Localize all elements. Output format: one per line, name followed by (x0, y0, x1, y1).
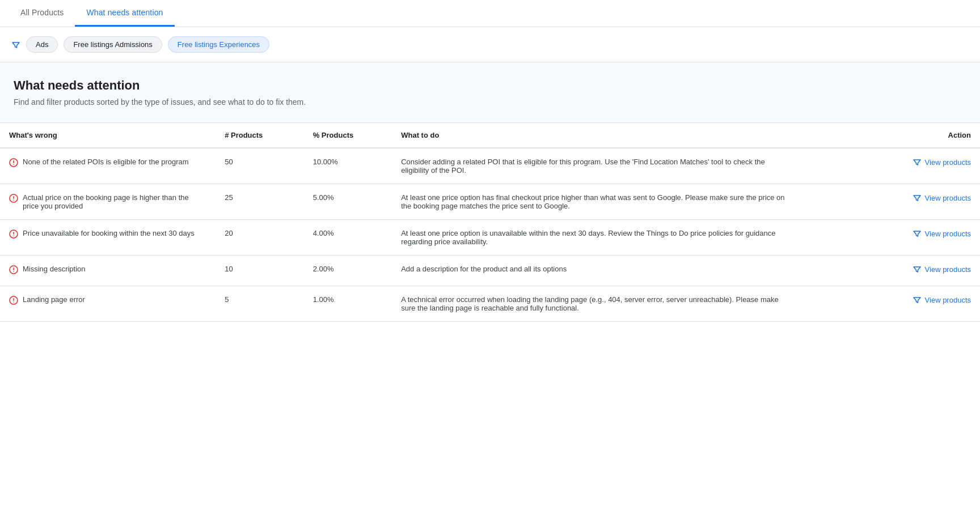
svg-rect-4 (13, 196, 14, 199)
col-header-whats-wrong: What's wrong (0, 123, 216, 148)
table-row: Actual price on the booking page is high… (0, 184, 980, 220)
pct-products-cell-2: 4.00% (304, 220, 392, 256)
svg-rect-5 (13, 200, 14, 201)
tab-what-needs-attention[interactable]: What needs attention (75, 0, 174, 27)
error-icon-2 (9, 230, 18, 241)
filter-row: Ads Free listings Admissions Free listin… (0, 27, 980, 62)
svg-rect-11 (13, 271, 14, 273)
pct-products-cell-1: 5.00% (304, 184, 392, 220)
what-to-do-cell-0: Consider adding a related POI that is el… (392, 148, 804, 184)
table-row: Price unavailable for booking within the… (0, 220, 980, 256)
view-products-filter-icon-4 (913, 295, 922, 304)
num-products-cell-3: 10 (216, 256, 304, 286)
issue-cell-3: Missing description (0, 256, 216, 286)
svg-rect-13 (13, 298, 14, 301)
num-products-cell-1: 25 (216, 184, 304, 220)
filter-icon (11, 40, 20, 49)
view-products-label-0: View products (925, 158, 971, 167)
issue-text-1: Actual price on the booking page is high… (23, 193, 206, 210)
issues-table-container: What's wrong # Products % Products What … (0, 123, 980, 322)
hero-section: What needs attention Find and filter pro… (0, 62, 980, 123)
what-to-do-cell-4: A technical error occurred when loading … (392, 286, 804, 322)
view-products-filter-icon-1 (913, 193, 922, 202)
tabs-container: All Products What needs attention (0, 0, 980, 27)
svg-rect-1 (13, 160, 14, 163)
view-products-filter-icon-0 (913, 158, 922, 167)
error-icon-4 (9, 296, 18, 307)
pct-products-cell-3: 2.00% (304, 256, 392, 286)
col-header-action: Action (804, 123, 980, 148)
view-products-label-2: View products (925, 230, 971, 238)
action-cell-2: View products (804, 220, 980, 256)
what-to-do-cell-1: At least one price option has final chec… (392, 184, 804, 220)
hero-title: What needs attention (14, 78, 966, 93)
view-products-button-2[interactable]: View products (913, 229, 971, 238)
issue-text-2: Price unavailable for booking within the… (23, 229, 195, 237)
view-products-label-1: View products (925, 194, 971, 202)
hero-description: Find and filter products sorted by the t… (14, 97, 966, 107)
view-products-button-0[interactable]: View products (913, 158, 971, 167)
issues-table: What's wrong # Products % Products What … (0, 123, 980, 322)
error-icon-3 (9, 265, 18, 277)
issue-cell-2: Price unavailable for booking within the… (0, 220, 216, 256)
chip-free-listings-experiences[interactable]: Free listings Experiences (168, 36, 269, 53)
view-products-filter-icon-2 (913, 229, 922, 238)
issue-text-3: Missing description (23, 265, 86, 273)
action-cell-1: View products (804, 184, 980, 220)
table-row: Landing page error 5 1.00% A technical e… (0, 286, 980, 322)
num-products-cell-0: 50 (216, 148, 304, 184)
chip-ads[interactable]: Ads (26, 36, 58, 53)
issue-cell-4: Landing page error (0, 286, 216, 322)
error-icon-0 (9, 158, 18, 169)
col-header-what-to-do: What to do (392, 123, 804, 148)
col-header-pct-products: % Products (304, 123, 392, 148)
action-cell-4: View products (804, 286, 980, 322)
chip-free-listings-admissions[interactable]: Free listings Admissions (64, 36, 162, 53)
view-products-button-3[interactable]: View products (913, 265, 971, 274)
table-row: None of the related POIs is eligible for… (0, 148, 980, 184)
svg-rect-14 (13, 302, 14, 303)
issue-cell-1: Actual price on the booking page is high… (0, 184, 216, 220)
what-to-do-cell-3: Add a description for the product and al… (392, 256, 804, 286)
view-products-button-4[interactable]: View products (913, 295, 971, 304)
tab-all-products[interactable]: All Products (9, 0, 75, 27)
issue-text-4: Landing page error (23, 295, 85, 304)
pct-products-cell-0: 10.00% (304, 148, 392, 184)
view-products-label-3: View products (925, 265, 971, 274)
num-products-cell-2: 20 (216, 220, 304, 256)
what-to-do-cell-2: At least one price option is unavailable… (392, 220, 804, 256)
col-header-num-products: # Products (216, 123, 304, 148)
table-header-row: What's wrong # Products % Products What … (0, 123, 980, 148)
action-cell-0: View products (804, 148, 980, 184)
svg-rect-8 (13, 236, 14, 237)
action-cell-3: View products (804, 256, 980, 286)
view-products-label-4: View products (925, 296, 971, 304)
svg-rect-10 (13, 267, 14, 270)
view-products-filter-icon-3 (913, 265, 922, 274)
svg-rect-7 (13, 232, 14, 235)
issue-cell-0: None of the related POIs is eligible for… (0, 148, 216, 184)
error-icon-1 (9, 194, 18, 205)
view-products-button-1[interactable]: View products (913, 193, 971, 202)
issue-text-0: None of the related POIs is eligible for… (23, 158, 189, 166)
svg-rect-2 (13, 164, 14, 165)
table-row: Missing description 10 2.00% Add a descr… (0, 256, 980, 286)
pct-products-cell-4: 1.00% (304, 286, 392, 322)
num-products-cell-4: 5 (216, 286, 304, 322)
